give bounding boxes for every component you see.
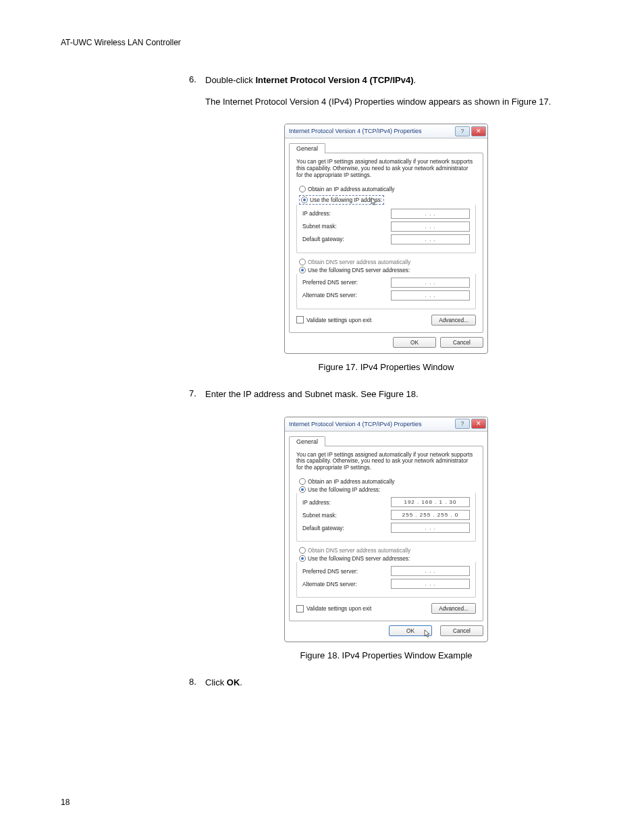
ip-address-input[interactable]: . . .	[391, 209, 470, 219]
step-8-bold: OK	[227, 677, 240, 687]
radio-icon	[299, 267, 306, 273]
label-default-gateway: Default gateway:	[302, 525, 344, 531]
dialog-intro-text: You can get IP settings assigned automat…	[296, 452, 476, 472]
radio-label: Use the following IP address:	[308, 486, 380, 493]
step-6-bold: Internet Protocol Version 4 (TCP/IPv4)	[255, 75, 413, 85]
label-preferred-dns: Preferred DNS server:	[302, 568, 358, 575]
step-8: 8. Click OK.	[189, 677, 583, 698]
radio-label: Use the following DNS server addresses:	[308, 555, 410, 562]
radio-use-dns[interactable]: Use the following DNS server addresses:	[299, 267, 476, 273]
figure-17-caption: Figure 17. IPv4 Properties Window	[189, 362, 583, 372]
radio-icon	[301, 197, 308, 203]
validate-checkbox[interactable]	[296, 316, 304, 323]
page-header: AT-UWC Wireless LAN Controller	[61, 38, 583, 47]
radio-label: Obtain an IP address automatically	[308, 478, 395, 485]
label-subnet-mask: Subnet mask:	[302, 223, 337, 230]
radio-obtain-dns[interactable]: Obtain DNS server address automatically	[299, 259, 476, 265]
step-7: 7. Enter the IP address and Subnet mask.…	[189, 388, 583, 410]
step-6: 6. Double-click Internet Protocol Versio…	[189, 74, 583, 117]
radio-use-ip[interactable]: Use the following IP address:	[299, 486, 476, 493]
label-alternate-dns: Alternate DNS server:	[302, 292, 357, 298]
cancel-button[interactable]: Cancel	[440, 337, 483, 348]
preferred-dns-input[interactable]: . . .	[391, 278, 470, 288]
page-number: 18	[61, 798, 70, 807]
validate-label: Validate settings upon exit	[306, 317, 371, 323]
subnet-mask-input[interactable]: 255 . 255 . 255 . 0	[391, 510, 470, 520]
radio-obtain-ip[interactable]: Obtain an IP address automatically	[299, 478, 476, 485]
radio-label: Use the following DNS server addresses:	[308, 267, 410, 273]
radio-icon	[299, 486, 306, 493]
label-subnet-mask: Subnet mask:	[302, 512, 337, 519]
step-8-text-prefix: Click	[205, 677, 227, 687]
dialog-intro-text: You can get IP settings assigned automat…	[296, 159, 476, 179]
tab-general[interactable]: General	[289, 436, 325, 446]
default-gateway-input[interactable]: . . .	[391, 234, 470, 244]
radio-label: Obtain DNS server address automatically	[308, 547, 410, 554]
step-6-text-prefix: Double-click	[205, 75, 255, 85]
radio-icon	[299, 478, 306, 485]
default-gateway-input[interactable]: . . .	[391, 523, 470, 533]
validate-checkbox[interactable]	[296, 605, 304, 613]
ip-address-input[interactable]: 192 . 168 . 1 . 30	[391, 497, 470, 507]
alternate-dns-input[interactable]: . . .	[391, 579, 470, 589]
ipv4-properties-dialog-fig17: Internet Protocol Version 4 (TCP/IPv4) P…	[284, 124, 488, 354]
radio-icon	[299, 259, 306, 265]
step-6-text-suffix: .	[413, 75, 416, 85]
step-6-followup: The Internet Protocol Version 4 (IPv4) P…	[205, 96, 583, 108]
advanced-button[interactable]: Advanced...	[431, 315, 476, 325]
figure-18-caption: Figure 18. IPv4 Properties Window Exampl…	[189, 650, 583, 660]
alternate-dns-input[interactable]: . . .	[391, 290, 470, 301]
subnet-mask-input[interactable]: . . .	[391, 221, 470, 232]
close-button[interactable]: ✕	[471, 126, 486, 136]
radio-icon	[299, 547, 306, 554]
label-preferred-dns: Preferred DNS server:	[302, 279, 358, 286]
dialog-title: Internet Protocol Version 4 (TCP/IPv4) P…	[289, 421, 422, 427]
radio-use-dns[interactable]: Use the following DNS server addresses:	[299, 555, 476, 562]
close-button[interactable]: ✕	[471, 419, 486, 429]
step-number: 8.	[189, 677, 205, 698]
label-default-gateway: Default gateway:	[302, 236, 344, 242]
help-button[interactable]: ?	[455, 126, 470, 136]
tab-general[interactable]: General	[289, 143, 325, 153]
step-8-text-suffix: .	[240, 677, 242, 687]
step-number: 6.	[189, 74, 205, 117]
dialog-title: Internet Protocol Version 4 (TCP/IPv4) P…	[289, 128, 422, 134]
radio-obtain-dns[interactable]: Obtain DNS server address automatically	[299, 547, 476, 554]
radio-icon	[299, 555, 306, 562]
radio-label: Obtain an IP address automatically	[308, 186, 395, 192]
advanced-button[interactable]: Advanced...	[431, 603, 476, 614]
radio-obtain-ip[interactable]: Obtain an IP address automatically	[299, 186, 476, 192]
label-alternate-dns: Alternate DNS server:	[302, 581, 357, 588]
step-number: 7.	[189, 388, 205, 410]
radio-label: Obtain DNS server address automatically	[308, 259, 410, 265]
ipv4-properties-dialog-fig18: Internet Protocol Version 4 (TCP/IPv4) P…	[284, 417, 488, 643]
help-button[interactable]: ?	[455, 419, 470, 429]
validate-label: Validate settings upon exit	[306, 605, 371, 612]
cancel-button[interactable]: Cancel	[440, 625, 483, 636]
label-ip-address: IP address:	[302, 210, 331, 217]
label-ip-address: IP address:	[302, 499, 331, 506]
ok-button[interactable]: OK	[393, 337, 436, 348]
preferred-dns-input[interactable]: . . .	[391, 566, 470, 576]
radio-icon	[299, 186, 306, 192]
step-7-text: Enter the IP address and Subnet mask. Se…	[205, 388, 583, 400]
